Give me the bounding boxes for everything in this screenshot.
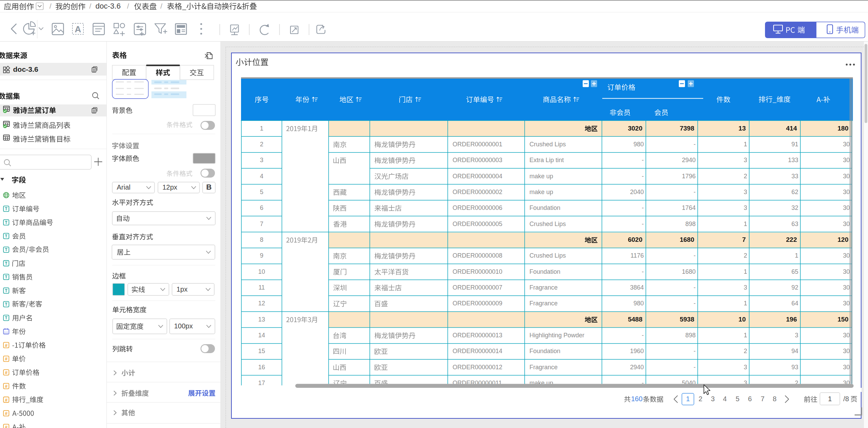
svg-text:#: #	[5, 370, 8, 375]
svg-text:A: A	[75, 24, 81, 34]
svg-text:#: #	[5, 425, 8, 428]
svg-text:#: #	[5, 343, 8, 348]
svg-text:#: #	[5, 384, 8, 389]
svg-text:#: #	[5, 397, 8, 403]
svg-text:#: #	[5, 356, 8, 361]
svg-text:#: #	[5, 411, 8, 416]
